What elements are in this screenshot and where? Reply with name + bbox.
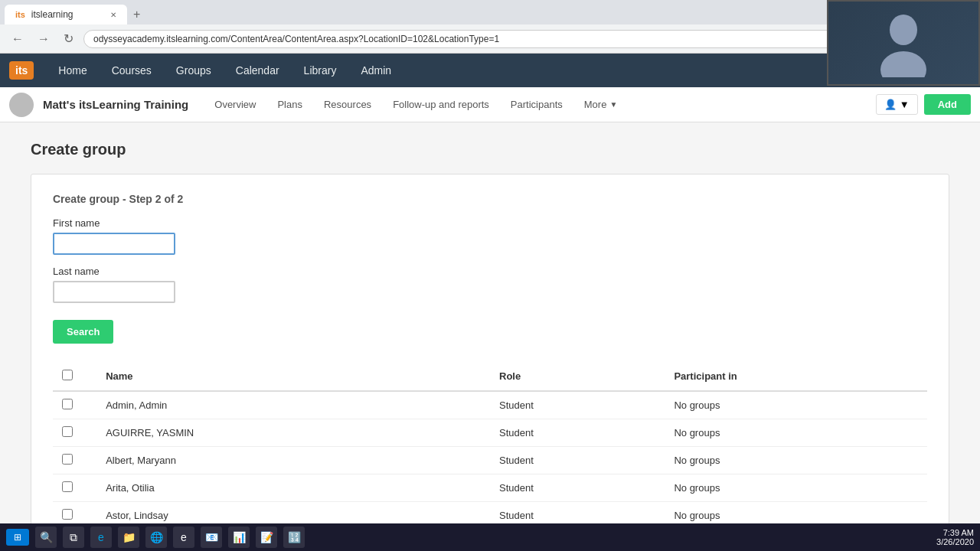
taskbar-chrome-icon[interactable]: 🌐 bbox=[145, 527, 167, 548]
header-participant-in: Participant in bbox=[665, 362, 927, 391]
row-checkbox-3[interactable] bbox=[62, 481, 73, 492]
row-role: Student bbox=[490, 391, 665, 419]
taskbar-time-display: 7:39 AM bbox=[936, 528, 974, 537]
course-avatar bbox=[9, 93, 34, 117]
row-checkbox-0[interactable] bbox=[62, 399, 73, 409]
header-role: Role bbox=[490, 362, 665, 391]
page-title: Create group bbox=[31, 141, 949, 158]
taskbar-ie-icon[interactable]: e bbox=[173, 527, 194, 548]
row-name: Arita, Otilia bbox=[96, 474, 490, 502]
row-role: Student bbox=[490, 474, 665, 502]
main-content: Create group Create group - Step 2 of 2 … bbox=[0, 122, 980, 551]
secondary-nav: Matt's itsLearning Training Overview Pla… bbox=[0, 87, 980, 122]
sec-nav-items: Overview Plans Resources Follow-up and r… bbox=[204, 90, 876, 119]
row-checkbox-1[interactable] bbox=[62, 426, 73, 437]
row-participant-in: No groups bbox=[665, 419, 927, 447]
address-bar[interactable]: odysseyacademy.itslearning.com/ContentAr… bbox=[83, 30, 865, 48]
chevron-down-icon: ▼ bbox=[609, 100, 617, 109]
svg-point-1 bbox=[880, 51, 926, 77]
row-participant-in: No groups bbox=[665, 447, 927, 474]
header-name: Name bbox=[96, 362, 490, 391]
row-checkbox-cell bbox=[53, 419, 96, 447]
nav-actions: 👤 ▼ Add bbox=[876, 94, 971, 115]
webcam-feed bbox=[828, 2, 978, 84]
app-nav-items: Home Courses Groups Calendar Library Adm… bbox=[46, 55, 403, 86]
taskbar-search-icon[interactable]: 🔍 bbox=[35, 527, 57, 548]
sec-nav-overview[interactable]: Overview bbox=[204, 90, 266, 119]
nav-groups[interactable]: Groups bbox=[164, 55, 224, 86]
taskbar-clock: 7:39 AM 3/26/2020 bbox=[936, 528, 974, 546]
table-row: AGUIRRE, YASMIN Student No groups bbox=[53, 419, 927, 447]
row-name: AGUIRRE, YASMIN bbox=[96, 419, 490, 447]
sec-nav-more[interactable]: More ▼ bbox=[573, 90, 629, 119]
row-participant-in: No groups bbox=[665, 474, 927, 502]
nav-library[interactable]: Library bbox=[292, 55, 349, 86]
row-role: Student bbox=[490, 419, 665, 447]
nav-courses[interactable]: Courses bbox=[100, 55, 164, 86]
taskbar-date-display: 3/26/2020 bbox=[936, 537, 974, 546]
active-tab[interactable]: its itslearning ✕ bbox=[5, 5, 127, 24]
user-icon: 👤 bbox=[884, 99, 897, 110]
table-row: Arita, Otilia Student No groups bbox=[53, 474, 927, 502]
row-name: Admin, Admin bbox=[96, 391, 490, 419]
search-button[interactable]: Search bbox=[53, 320, 113, 344]
add-button[interactable]: Add bbox=[924, 94, 971, 115]
svg-point-0 bbox=[890, 15, 917, 45]
taskbar-outlook-icon[interactable]: 📧 bbox=[201, 527, 222, 548]
refresh-button[interactable]: ↻ bbox=[60, 29, 77, 48]
tab-favicon: its bbox=[15, 10, 25, 19]
back-button[interactable]: ← bbox=[8, 30, 28, 48]
row-role: Student bbox=[490, 447, 665, 474]
step-label: Create group - Step 2 of 2 bbox=[53, 193, 927, 205]
taskbar-word-icon[interactable]: 📝 bbox=[256, 527, 277, 548]
row-name: Albert, Maryann bbox=[96, 447, 490, 474]
sec-nav-followup[interactable]: Follow-up and reports bbox=[382, 90, 500, 119]
nav-home[interactable]: Home bbox=[46, 55, 99, 86]
nav-admin[interactable]: Admin bbox=[348, 55, 403, 86]
table-row: Albert, Maryann Student No groups bbox=[53, 447, 927, 474]
header-checkbox-col bbox=[53, 362, 96, 391]
webcam-overlay bbox=[827, 0, 980, 86]
sec-nav-participants[interactable]: Participants bbox=[500, 90, 573, 119]
taskbar-excel-icon[interactable]: 📊 bbox=[228, 527, 250, 548]
more-label: More bbox=[584, 99, 607, 110]
last-name-group: Last name bbox=[53, 266, 927, 303]
start-button[interactable]: ⊞ bbox=[6, 529, 29, 546]
form-card: Create group - Step 2 of 2 First name La… bbox=[31, 174, 949, 551]
row-checkbox-2[interactable] bbox=[62, 454, 73, 465]
chevron-down-icon: ▼ bbox=[900, 99, 910, 110]
table-header: Name Role Participant in bbox=[53, 362, 927, 391]
last-name-input[interactable] bbox=[53, 281, 175, 303]
forward-button[interactable]: → bbox=[34, 30, 54, 48]
last-name-label: Last name bbox=[53, 266, 927, 277]
course-title: Matt's itsLearning Training bbox=[43, 98, 188, 111]
tab-title: itslearning bbox=[31, 9, 104, 20]
first-name-group: First name bbox=[53, 217, 927, 255]
nav-calendar[interactable]: Calendar bbox=[224, 55, 292, 86]
sec-nav-resources[interactable]: Resources bbox=[313, 90, 382, 119]
first-name-input[interactable] bbox=[53, 233, 175, 255]
new-tab-button[interactable]: + bbox=[127, 5, 146, 24]
tab-close-button[interactable]: ✕ bbox=[110, 11, 116, 19]
participants-table: Name Role Participant in Admin, Admin St… bbox=[53, 362, 927, 551]
sec-nav-plans[interactable]: Plans bbox=[266, 90, 313, 119]
first-name-label: First name bbox=[53, 217, 927, 229]
user-menu-button[interactable]: 👤 ▼ bbox=[876, 94, 918, 115]
row-checkbox-cell bbox=[53, 391, 96, 419]
row-checkbox-cell bbox=[53, 447, 96, 474]
select-all-checkbox[interactable] bbox=[62, 370, 73, 380]
app-logo[interactable]: its bbox=[9, 61, 34, 80]
taskbar: ⊞ 🔍 ⧉ e 📁 🌐 e 📧 📊 📝 🔢 7:39 AM 3/26/2020 bbox=[0, 523, 980, 551]
taskbar-task-view-icon[interactable]: ⧉ bbox=[63, 527, 84, 548]
taskbar-edge-icon[interactable]: e bbox=[90, 527, 112, 548]
taskbar-calculator-icon[interactable]: 🔢 bbox=[283, 527, 305, 548]
row-participant-in: No groups bbox=[665, 391, 927, 419]
taskbar-folder-icon[interactable]: 📁 bbox=[118, 527, 139, 548]
row-checkbox-4[interactable] bbox=[62, 509, 73, 520]
row-checkbox-cell bbox=[53, 474, 96, 502]
table-row: Admin, Admin Student No groups bbox=[53, 391, 927, 419]
